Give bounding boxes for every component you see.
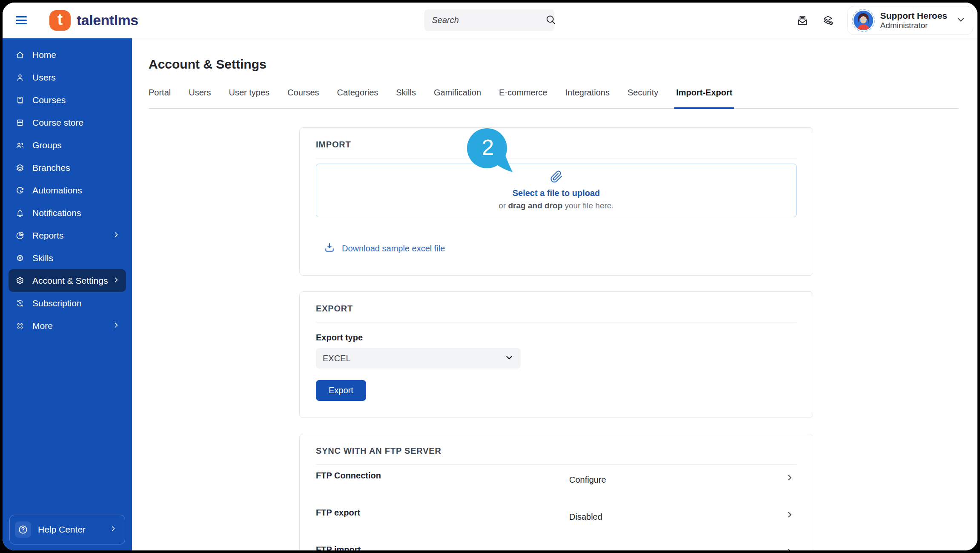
main-content: Account & Settings Portal Users User typ… — [132, 38, 977, 550]
export-type-value: EXCEL — [323, 354, 351, 363]
tab-gamification[interactable]: Gamification — [434, 88, 481, 108]
divider — [316, 158, 797, 158]
ftp-row-value: Disabled — [569, 512, 785, 522]
ftp-export-row[interactable]: FTP export Disabled — [316, 508, 797, 539]
tab-users[interactable]: Users — [189, 88, 211, 108]
sidebar-item-skills[interactable]: Skills — [3, 247, 132, 269]
chevron-right-icon — [785, 510, 797, 521]
ftp-row-label: FTP import — [316, 545, 569, 550]
divider — [316, 464, 797, 465]
download-sample-label: Download sample excel file — [342, 244, 445, 253]
sidebar-item-automations[interactable]: Automations — [3, 179, 132, 202]
import-card-title: IMPORT — [316, 140, 797, 150]
subscription-icon: $ — [15, 299, 25, 308]
user-role: Administrator — [880, 21, 947, 31]
search-bar[interactable] — [424, 9, 554, 31]
chevron-right-icon — [112, 321, 120, 331]
automations-icon — [15, 186, 25, 195]
download-sample-link[interactable]: Download sample excel file — [324, 242, 797, 255]
reports-icon — [15, 231, 25, 240]
ftp-row-label: FTP export — [316, 508, 569, 518]
drag-drop-hint: or drag and drop your file here. — [499, 201, 613, 210]
export-type-label: Export type — [316, 333, 797, 343]
select-file-link[interactable]: Select a file to upload — [513, 188, 600, 198]
chevron-down-icon — [504, 353, 514, 364]
notifications-icon — [15, 208, 25, 218]
branch-switcher-icon[interactable] — [822, 14, 834, 27]
tab-integrations[interactable]: Integrations — [565, 88, 610, 108]
brand-monogram: t — [49, 10, 71, 31]
tab-courses[interactable]: Courses — [287, 88, 319, 108]
search-input[interactable] — [432, 15, 544, 25]
svg-text:$: $ — [19, 302, 21, 305]
ftp-row-value: Configure — [569, 475, 785, 485]
sidebar-item-users[interactable]: Users — [3, 66, 132, 89]
sidebar-item-branches[interactable]: Branches — [3, 156, 132, 179]
sidebar-item-subscription[interactable]: $ Subscription — [3, 292, 132, 314]
tab-skills[interactable]: Skills — [396, 88, 416, 108]
skills-icon — [15, 253, 25, 263]
export-card-title: EXPORT — [316, 304, 797, 314]
sidebar-item-label: Subscription — [32, 298, 82, 308]
download-icon — [324, 242, 335, 255]
export-type-select[interactable]: EXCEL — [316, 348, 521, 369]
inbox-icon[interactable] — [796, 14, 809, 27]
ftp-card-title: SYNC WITH AN FTP SERVER — [316, 446, 797, 456]
import-card: IMPORT Select a file to upload or drag a… — [299, 127, 813, 276]
sidebar: Home Users Courses Course store — [3, 38, 132, 550]
question-circle-icon — [15, 521, 31, 538]
sidebar-item-label: Home — [32, 50, 56, 60]
top-header: t talentlms — [3, 3, 977, 38]
user-menu[interactable]: Support Heroes Administrator — [847, 6, 973, 35]
tab-import-export[interactable]: Import-Export — [676, 88, 732, 108]
sidebar-item-home[interactable]: Home — [3, 43, 132, 66]
sidebar-item-label: Users — [32, 72, 56, 83]
sidebar-item-notifications[interactable]: Notifications — [3, 202, 132, 224]
sidebar-item-reports[interactable]: Reports — [3, 224, 132, 247]
sidebar-item-label: Courses — [32, 95, 66, 105]
tab-security[interactable]: Security — [628, 88, 658, 108]
users-icon — [15, 73, 25, 82]
chevron-right-icon — [785, 547, 797, 550]
more-grid-icon — [15, 321, 25, 331]
app-window: t talentlms — [3, 3, 977, 550]
user-name: Support Heroes — [880, 10, 947, 21]
sidebar-item-label: Course store — [32, 118, 83, 128]
ftp-sync-card: SYNC WITH AN FTP SERVER FTP Connection C… — [299, 434, 813, 550]
ftp-row-label: FTP Connection — [316, 471, 569, 481]
sidebar-item-label: Reports — [32, 230, 64, 241]
page-title: Account & Settings — [149, 57, 977, 72]
sidebar-item-label: Groups — [32, 140, 62, 150]
settings-icon — [15, 276, 25, 285]
ftp-row-value: Disabled — [569, 549, 785, 550]
brand-wordmark: talentlms — [77, 12, 138, 29]
tab-user-types[interactable]: User types — [229, 88, 269, 108]
chevron-right-icon — [785, 473, 797, 484]
course-store-icon — [15, 118, 25, 127]
export-button[interactable]: Export — [316, 380, 366, 401]
tab-ecommerce[interactable]: E-commerce — [499, 88, 547, 108]
tab-categories[interactable]: Categories — [337, 88, 378, 108]
hamburger-menu-icon[interactable] — [16, 16, 27, 24]
help-center-label: Help Center — [38, 524, 86, 535]
brand-logo[interactable]: t talentlms — [49, 10, 138, 31]
home-icon — [15, 50, 25, 60]
tab-portal[interactable]: Portal — [149, 88, 171, 108]
sidebar-item-groups[interactable]: Groups — [3, 134, 132, 156]
export-card: EXPORT Export type EXCEL Export — [299, 291, 813, 418]
sidebar-item-courses[interactable]: Courses — [3, 89, 132, 111]
sidebar-item-label: Automations — [32, 185, 82, 196]
help-center-button[interactable]: Help Center — [9, 515, 125, 544]
search-icon[interactable] — [544, 14, 556, 27]
sidebar-item-label: Notifications — [32, 208, 81, 218]
file-dropzone[interactable]: Select a file to upload or drag and drop… — [316, 164, 797, 217]
sidebar-item-account-settings[interactable]: Account & Settings — [9, 269, 126, 292]
ftp-import-row[interactable]: FTP import Disabled — [316, 545, 797, 550]
settings-tabs: Portal Users User types Courses Categori… — [149, 88, 959, 109]
sidebar-item-label: More — [32, 321, 53, 331]
ftp-connection-row[interactable]: FTP Connection Configure — [316, 471, 797, 502]
sidebar-item-more[interactable]: More — [3, 314, 132, 337]
sidebar-item-course-store[interactable]: Course store — [3, 111, 132, 134]
chevron-right-icon — [112, 230, 120, 241]
chevron-down-icon — [956, 14, 966, 26]
